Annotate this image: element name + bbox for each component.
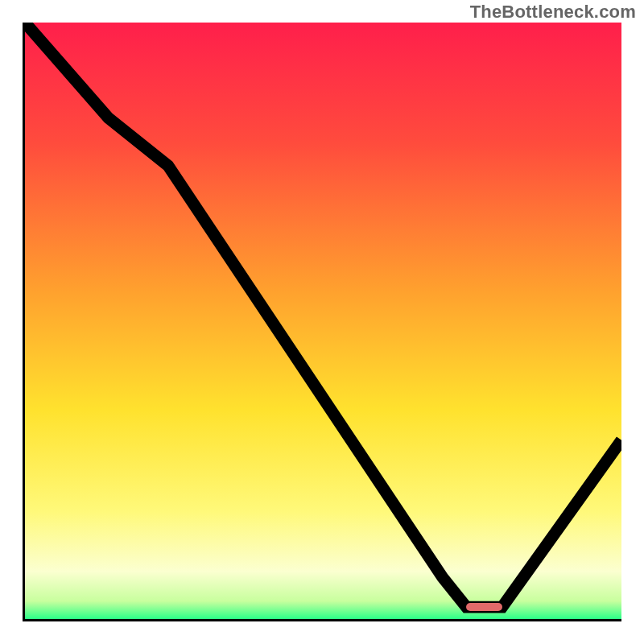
chart-container: TheBottleneck.com	[0, 0, 644, 644]
watermark-text: TheBottleneck.com	[470, 2, 636, 23]
plot-area	[23, 23, 621, 621]
minimum-marker	[466, 603, 502, 611]
bottleneck-curve	[25, 23, 621, 619]
